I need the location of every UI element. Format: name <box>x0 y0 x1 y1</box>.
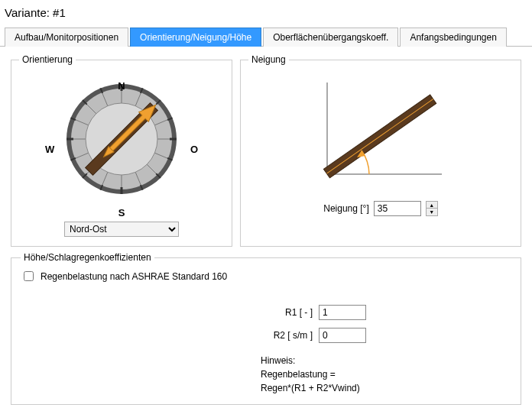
rain-legend: Höhe/Schlagregenkoeffizienten <box>21 252 154 263</box>
tilt-input[interactable] <box>374 201 421 216</box>
ashrae-checkbox[interactable] <box>24 271 34 281</box>
r2-input[interactable] <box>319 328 366 343</box>
tilt-group: Neigung Neigung [°] ▲ ▼ <box>240 54 521 247</box>
compass-icon <box>64 82 179 196</box>
tab-oberflaeche[interactable]: Oberflächenübergangskoeff. <box>263 28 398 47</box>
svg-line-33 <box>326 99 433 174</box>
orientation-select[interactable]: Nord-Ost <box>64 222 179 237</box>
tab-anfang[interactable]: Anfangsbedingungen <box>400 28 506 47</box>
orientation-group: Orientierung N S W O <box>11 54 232 247</box>
tilt-label: Neigung [°] <box>323 203 369 214</box>
tilt-legend: Neigung <box>248 54 289 65</box>
rain-group: Höhe/Schlagregenkoeffizienten Regenbelas… <box>11 257 521 405</box>
compass[interactable]: N S W O <box>45 82 198 215</box>
orientation-legend: Orientierung <box>19 54 76 65</box>
r1-input[interactable] <box>319 305 366 320</box>
tilt-icon <box>304 75 457 189</box>
tilt-diagram <box>248 71 513 193</box>
compass-label-o: O <box>190 143 198 154</box>
hint-text: Hinweis: Regenbelastung = Regen*(R1 + R2… <box>261 354 511 395</box>
page-title: Variante: #1 <box>0 0 532 27</box>
compass-label-n: N <box>118 80 125 92</box>
ashrae-label: Regenbelastung nach ASHRAE Standard 160 <box>41 271 227 282</box>
r1-label: R1 [ - ] <box>261 307 313 318</box>
compass-label-s: S <box>118 207 125 218</box>
tab-orientierung[interactable]: Orientierung/Neigung/Höhe <box>130 28 261 47</box>
spinner-down-icon[interactable]: ▼ <box>427 209 437 215</box>
spinner-up-icon[interactable]: ▲ <box>427 202 437 209</box>
tab-bar: Aufbau/Monitorpositionen Orientierung/Ne… <box>0 27 532 47</box>
compass-label-w: W <box>45 143 54 154</box>
tilt-spinner[interactable]: ▲ ▼ <box>426 201 438 216</box>
r2-label: R2 [ s/m ] <box>261 330 313 341</box>
tab-aufbau[interactable]: Aufbau/Monitorpositionen <box>5 28 128 47</box>
